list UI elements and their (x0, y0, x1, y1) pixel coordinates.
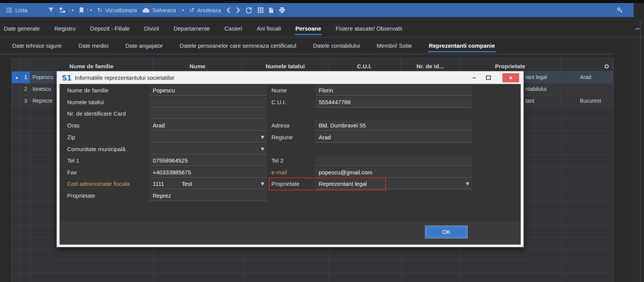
input-adresa[interactable]: Bld. Dumbravei 55 (315, 120, 472, 131)
maximize-icon[interactable] (486, 76, 491, 80)
tab-separator (0, 37, 644, 37)
grid-view-button[interactable] (258, 7, 263, 13)
vizualizeaza-button[interactable]: ↻ Vizualizeaza (97, 6, 137, 14)
input-nr-identificare-card[interactable] (149, 108, 267, 119)
dialog-body: Nume de familie Popescu Numele tatalui N… (60, 84, 521, 245)
tab-divizii[interactable]: Divizii (143, 23, 160, 35)
ok-button[interactable]: OK (425, 226, 468, 238)
header-row-selector (12, 58, 20, 71)
header-nr-de-id[interactable]: Nr. de id... (401, 58, 460, 71)
tab-depozit-filiale[interactable]: Depozit - Filiale (89, 23, 130, 35)
header-nume[interactable]: Nume (153, 58, 243, 71)
input-nume[interactable]: Florin (315, 85, 472, 96)
header-cui[interactable]: C.U.I. (328, 58, 401, 71)
cell-oras[interactable] (561, 84, 613, 95)
representative-info-dialog: S1 Informatiile reprezentantului societa… (56, 71, 524, 247)
bookmark-dropdown-caret[interactable]: ▾ (87, 8, 92, 12)
chevron-down-icon[interactable]: ▼ (466, 179, 469, 189)
input-nume-de-familie[interactable]: Popescu (149, 85, 267, 96)
chevron-down-icon[interactable]: ▼ (261, 144, 264, 154)
row-number: 1 (20, 72, 30, 83)
subtab-date-angajator[interactable]: Date angajator (124, 40, 163, 52)
label-tel2: Tel 2 (271, 155, 284, 166)
row-number: 2 (20, 84, 30, 95)
combo-cod-administratie-fiscala[interactable]: 1111Test▼ (149, 179, 267, 189)
label-nume-de-familie: Nume de familie (67, 85, 108, 96)
input-proprietate-left[interactable]: Reprez (149, 190, 267, 201)
label-zip: Zip (67, 132, 75, 143)
scrollbar-grip[interactable] (635, 28, 640, 29)
prev-record-button[interactable] (226, 7, 231, 13)
close-icon[interactable]: × (502, 73, 519, 82)
input-fax[interactable]: +40333985675 (149, 167, 267, 178)
label-cui: C.U.I. (271, 97, 286, 108)
combo-proprietate-right[interactable]: Reprezentant legal▼ (315, 179, 472, 189)
bookmark-button[interactable]: ▾ (79, 7, 92, 13)
layout-button[interactable]: ▾ (59, 7, 74, 13)
tab-persoane[interactable]: Persoane (295, 23, 322, 35)
cell-oras[interactable]: Bucurest (561, 95, 613, 107)
filter-button[interactable] (48, 7, 54, 13)
tab-casieri[interactable]: Casieri (224, 23, 243, 35)
document-button[interactable] (269, 7, 274, 13)
label-oras: Oras (67, 120, 80, 131)
salveaza-label: Salveaza (152, 7, 176, 13)
tab-ani-fiscali[interactable]: Ani fiscali (256, 23, 281, 35)
tab-departamente[interactable]: Departamente (173, 23, 211, 35)
subtab-date-medici[interactable]: Date medici (77, 40, 109, 52)
row-selector (12, 84, 20, 95)
refresh-button[interactable] (245, 7, 252, 14)
subtab-datele-persoanelor[interactable]: Datele persoanelor care semneaza certifi… (179, 40, 297, 52)
subtab-datele-contabilului[interactable]: Datele contabilului (312, 40, 361, 52)
tab-fisiere-atasate[interactable]: Fisiere atasate/ Observatii (335, 23, 403, 35)
row-selector-arrow: ▸ (12, 72, 20, 83)
salveaza-button[interactable]: Salveaza ▾ (142, 7, 184, 13)
print-button[interactable] (279, 7, 285, 13)
next-record-button[interactable] (236, 7, 240, 13)
input-tel2[interactable] (315, 155, 472, 166)
tree-icon (59, 7, 66, 13)
s1-logo-icon: S1 (62, 74, 71, 82)
label-regiune: Regiune (271, 132, 293, 143)
input-regiune[interactable]: Arad (315, 132, 472, 143)
input-cui[interactable]: 5554447788 (315, 97, 472, 108)
label-nr-identificare-card: Nr. de identificare Card (67, 108, 126, 119)
main-tab-bar: Date generale Registru Depozit - Filiale… (3, 21, 403, 35)
document-icon (269, 7, 274, 13)
list-icon (6, 7, 13, 13)
header-numele-tatalui[interactable]: Numele tatalui (242, 58, 328, 71)
chevron-down-icon[interactable]: ▼ (261, 179, 264, 189)
main-toolbar: Lista ▾ ▾ ↻ Vizualizeaza Salveaza ▾ ↺ An… (0, 3, 634, 17)
minimize-icon[interactable]: – (473, 76, 476, 80)
input-oras[interactable]: Arad (149, 120, 267, 131)
label-email: e-mail (271, 167, 287, 178)
header-oras[interactable]: O (561, 58, 613, 71)
header-proprietate[interactable]: Proprietate (460, 58, 561, 71)
header-row-number (20, 58, 30, 71)
row-selector (12, 95, 20, 107)
combo-comunitate-municipala[interactable]: ▼ (149, 144, 267, 155)
dialog-titlebar[interactable]: S1 Informatiile reprezentantului societa… (60, 71, 521, 84)
anuleaza-button[interactable]: ↺ Anuleaza (189, 6, 221, 14)
dialog-title: Informatiile reprezentantului societatil… (75, 74, 174, 81)
table-header: Nume de familie Nume Numele tatalui C.U.… (11, 58, 613, 72)
input-tel1[interactable]: 07558964525 (149, 155, 267, 166)
input-numele-tatalui[interactable] (149, 97, 267, 108)
subtab-reprezentanti-companie[interactable]: Reprezentanti companie (428, 40, 496, 52)
lista-button[interactable]: Lista (6, 7, 27, 13)
salveaza-dropdown-caret[interactable]: ▾ (179, 8, 184, 12)
subtab-date-tehnice-sigure[interactable]: Date tehnice sigure (11, 40, 62, 52)
header-nume-de-familie[interactable]: Nume de familie (30, 58, 153, 71)
security-key-button[interactable] (617, 7, 623, 13)
chevron-down-icon[interactable]: ▼ (261, 132, 264, 142)
subtab-membri-sotie[interactable]: Membri/ Sotie (376, 40, 413, 52)
tab-date-generale[interactable]: Date generale (3, 23, 40, 35)
layout-dropdown-caret[interactable]: ▾ (69, 8, 74, 12)
rotate-icon: ↻ (97, 6, 102, 14)
combo-zip[interactable]: ▼ (149, 132, 267, 143)
tab-registru[interactable]: Registru (53, 23, 76, 35)
cloud-icon (142, 8, 150, 13)
cell-oras[interactable]: Arad (561, 72, 613, 83)
input-email[interactable]: popescu@gmail.com (315, 167, 472, 178)
right-panel-divider (640, 21, 641, 282)
